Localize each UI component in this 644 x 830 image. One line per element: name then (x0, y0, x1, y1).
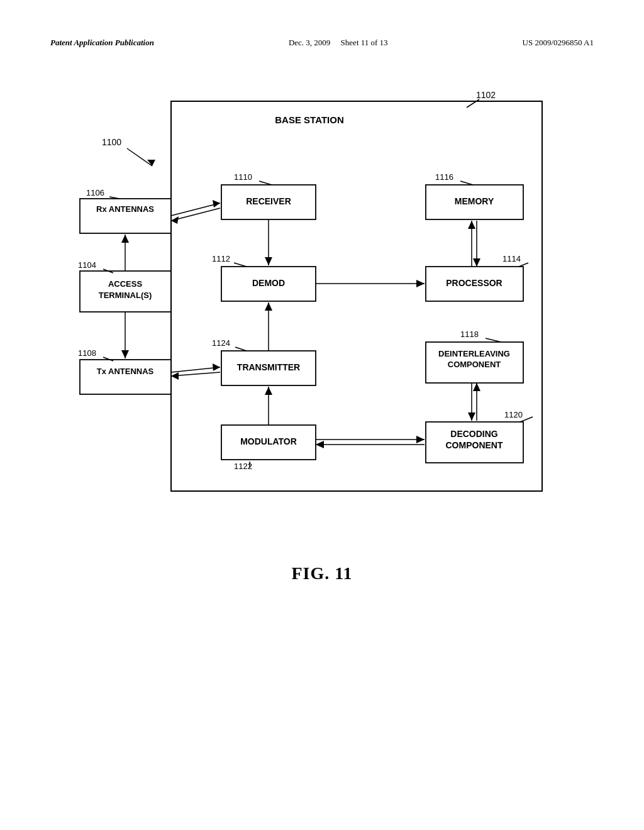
ref-1108: 1108 (78, 348, 96, 358)
svg-marker-39 (416, 436, 425, 443)
ref-1106: 1106 (86, 188, 104, 197)
deinterleaving-label2: COMPONENT (448, 360, 501, 369)
ref-1118: 1118 (460, 329, 479, 339)
svg-line-8 (235, 347, 247, 351)
receiver-label: RECEIVER (246, 196, 291, 206)
ref-1100: 1100 (102, 137, 121, 147)
svg-marker-23 (213, 363, 220, 371)
svg-marker-25 (171, 372, 179, 380)
page-header: Patent Application Publication Dec. 3, 2… (50, 38, 594, 48)
svg-marker-17 (171, 216, 179, 224)
tx-antennas-box (80, 360, 171, 394)
svg-line-14 (171, 203, 220, 216)
svg-marker-27 (265, 257, 272, 265)
ref-1112: 1112 (212, 254, 230, 263)
svg-line-5 (103, 357, 113, 361)
svg-marker-21 (121, 350, 129, 358)
tx-antennas-label: Tx ANTENNAS (97, 367, 154, 376)
rx-antennas-label: Rx ANTENNAS (96, 204, 154, 214)
processor-label: PROCESSOR (446, 278, 502, 288)
diagram-svg: 1100 1102 BASE STATION 1106 Rx ANTENNAS … (64, 73, 580, 526)
ref-1102: 1102 (476, 90, 496, 100)
ref-1104: 1104 (78, 260, 96, 270)
demod-label: DEMOD (252, 278, 285, 288)
svg-marker-35 (265, 302, 272, 311)
svg-marker-43 (468, 412, 475, 421)
access-terminal-label1: ACCESS (108, 279, 143, 289)
svg-marker-33 (473, 258, 480, 267)
ref-1120: 1120 (504, 410, 523, 419)
access-terminal-label2: TERMINAL(S) (99, 290, 152, 300)
modulator-label: MODULATOR (240, 436, 297, 446)
header-date: Dec. 3, 2009 (289, 38, 330, 47)
svg-marker-45 (473, 383, 480, 391)
ref-1124: 1124 (212, 338, 230, 348)
base-station-label: BASE STATION (275, 114, 343, 125)
ref-1116: 1116 (435, 172, 453, 182)
svg-marker-19 (121, 235, 129, 243)
figure-caption: FIG. 11 (50, 563, 594, 584)
svg-marker-29 (416, 280, 425, 287)
svg-line-0 (127, 148, 152, 166)
transmitter-label: TRANSMITTER (237, 362, 300, 372)
svg-line-2 (467, 99, 479, 108)
figure-caption-text: FIG. 11 (291, 563, 352, 583)
decoding-label1: DECODING (450, 429, 498, 439)
svg-marker-15 (213, 200, 220, 208)
header-date-sheet: Dec. 3, 2009 Sheet 11 of 13 (289, 38, 388, 48)
ref-1110: 1110 (234, 172, 252, 182)
svg-line-22 (171, 367, 220, 372)
svg-marker-41 (316, 441, 324, 448)
decoding-label2: COMPONENT (446, 440, 503, 450)
deinterleaving-label1: DEINTERLEAVING (438, 349, 510, 358)
page: Patent Application Publication Dec. 3, 2… (0, 0, 644, 830)
memory-label: MEMORY (455, 196, 494, 206)
svg-line-16 (171, 208, 220, 221)
svg-line-12 (486, 338, 501, 342)
header-sheet: Sheet 11 of 13 (341, 38, 388, 47)
svg-marker-31 (468, 221, 475, 229)
header-patent-number: US 2009/0296850 A1 (523, 38, 594, 48)
svg-marker-37 (265, 387, 272, 395)
ref-1114: 1114 (502, 254, 521, 263)
header-publication-label: Patent Application Publication (50, 38, 154, 48)
diagram-area: 1100 1102 BASE STATION 1106 Rx ANTENNAS … (50, 73, 594, 526)
